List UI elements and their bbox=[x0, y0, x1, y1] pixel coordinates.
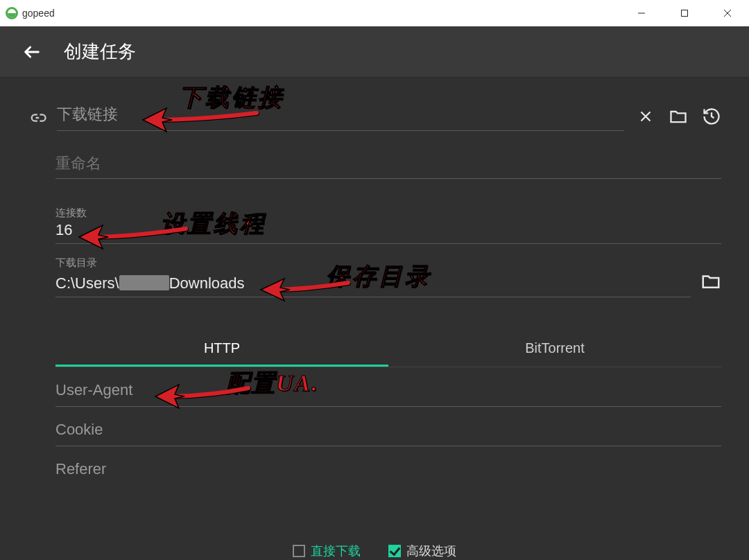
browse-folder-icon[interactable] bbox=[700, 271, 721, 295]
titlebar-left: gopeed bbox=[6, 7, 55, 19]
download-dir-field: 下载目录 C:\Users\Downloads bbox=[28, 256, 721, 297]
history-icon[interactable] bbox=[702, 107, 721, 129]
download-dir-value[interactable]: C:\Users\Downloads bbox=[55, 274, 691, 297]
referer-input[interactable]: Referer bbox=[55, 446, 721, 485]
checkbox-unchecked-icon bbox=[293, 545, 305, 557]
window-title: gopeed bbox=[22, 8, 55, 19]
svg-rect-1 bbox=[682, 10, 688, 17]
link-icon bbox=[28, 108, 47, 130]
connections-label: 连接数 bbox=[55, 207, 721, 220]
window-titlebar: gopeed bbox=[0, 0, 749, 26]
connections-value[interactable]: 16 bbox=[55, 221, 721, 244]
window-close-button[interactable] bbox=[706, 0, 749, 26]
direct-download-option[interactable]: 直接下载 bbox=[293, 542, 361, 560]
dir-suffix: Downloads bbox=[169, 274, 245, 292]
dir-prefix: C:\Users\ bbox=[55, 274, 119, 292]
advanced-options-label: 高级选项 bbox=[406, 543, 456, 559]
rename-field bbox=[28, 148, 721, 179]
download-dir-label: 下载目录 bbox=[55, 256, 721, 270]
app-header: 创建任务 bbox=[0, 26, 749, 78]
connections-field: 连接数 16 bbox=[28, 207, 721, 244]
cookie-input[interactable]: Cookie bbox=[55, 407, 721, 446]
download-url-row bbox=[28, 98, 721, 131]
user-agent-input[interactable]: User-Agent bbox=[55, 367, 721, 407]
bottom-options: 直接下载 高级选项 bbox=[0, 542, 749, 560]
direct-download-label: 直接下载 bbox=[311, 543, 361, 559]
window-minimize-button[interactable] bbox=[620, 0, 663, 26]
download-url-input[interactable] bbox=[57, 98, 624, 131]
app-icon bbox=[6, 7, 18, 19]
redacted-username bbox=[119, 275, 169, 290]
rename-input[interactable] bbox=[55, 148, 721, 179]
tab-http[interactable]: HTTP bbox=[55, 331, 388, 367]
tab-bittorrent[interactable]: BitTorrent bbox=[388, 331, 721, 367]
protocol-tabs: HTTP BitTorrent bbox=[55, 331, 721, 367]
window-maximize-button[interactable] bbox=[663, 0, 706, 26]
clear-icon[interactable] bbox=[637, 107, 655, 128]
window-controls bbox=[620, 0, 749, 26]
back-button[interactable] bbox=[21, 41, 43, 63]
advanced-options-option[interactable]: 高级选项 bbox=[388, 542, 456, 560]
folder-icon[interactable] bbox=[669, 107, 688, 129]
checkbox-checked-icon bbox=[388, 545, 401, 557]
page-title: 创建任务 bbox=[64, 40, 136, 64]
